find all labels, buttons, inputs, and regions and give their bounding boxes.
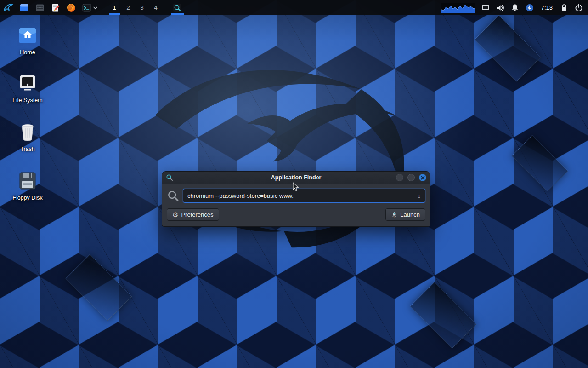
system-load-monitor[interactable] <box>439 0 478 15</box>
search-input-text: chromium --password-store=basic www. <box>187 192 294 199</box>
tray-notifications[interactable] <box>508 0 522 15</box>
launch-rocket-icon <box>391 212 397 218</box>
mouse-cursor <box>293 182 299 192</box>
minimize-button[interactable] <box>396 174 403 181</box>
taskbar-application-finder[interactable] <box>170 0 185 15</box>
desktop: 1 2 3 4 <box>0 0 588 368</box>
desktop-icon-floppy-disk[interactable]: Floppy Disk <box>7 171 48 201</box>
launcher-drawer[interactable] <box>32 0 48 15</box>
workspace-label: 4 <box>154 4 158 11</box>
workspace-1[interactable]: 1 <box>107 0 121 15</box>
top-panel: 1 2 3 4 <box>0 0 588 15</box>
terminal-icon <box>82 3 92 13</box>
update-icon <box>525 3 534 12</box>
kali-menu-button[interactable] <box>0 0 17 15</box>
desktop-icon-label: Trash <box>7 146 48 152</box>
maximize-button[interactable] <box>407 174 415 181</box>
desktop-icon-trash[interactable]: Trash <box>7 122 48 152</box>
tray-session-menu[interactable] <box>571 0 588 15</box>
desktop-icon-label: Home <box>7 49 48 56</box>
tray-display[interactable] <box>478 0 493 15</box>
launch-button[interactable]: Launch <box>385 208 425 221</box>
close-button[interactable] <box>419 174 426 181</box>
firefox-icon <box>66 3 76 13</box>
desktop-icon-file-system[interactable]: File System <box>7 74 48 104</box>
trash-icon <box>17 122 38 142</box>
display-icon <box>481 3 490 12</box>
finder-app-icon <box>166 174 173 181</box>
text-caret <box>294 192 295 200</box>
cpu-graph <box>441 3 475 13</box>
launcher-file-manager[interactable] <box>17 0 32 15</box>
clock-text: 7:13 <box>541 4 553 11</box>
launcher-firefox[interactable] <box>63 0 79 15</box>
bell-icon <box>510 3 520 12</box>
history-dropdown-icon[interactable]: ↓ <box>416 192 422 200</box>
launcher-text-editor[interactable] <box>48 0 63 15</box>
launch-label: Launch <box>400 211 420 218</box>
search-icon <box>167 190 180 202</box>
launcher-terminal[interactable] <box>79 0 93 15</box>
panel-separator <box>104 4 104 12</box>
workspace-label: 2 <box>126 4 130 11</box>
floppy-disk-icon <box>17 171 38 190</box>
tray-lock-screen[interactable] <box>557 0 571 15</box>
desktop-icon-label: Floppy Disk <box>7 195 48 201</box>
file-system-icon <box>17 74 38 93</box>
desktop-icon-home[interactable]: Home <box>7 26 48 56</box>
gear-icon: ⚙ <box>172 211 178 218</box>
workspace-label: 3 <box>140 4 144 11</box>
workspace-4[interactable]: 4 <box>149 0 163 15</box>
kali-logo-icon <box>3 2 14 13</box>
window-title: Application Finder <box>162 174 430 181</box>
text-editor-icon <box>51 3 61 13</box>
terminal-dropdown[interactable] <box>93 0 101 15</box>
file-manager-icon <box>19 3 29 13</box>
panel-spacer <box>185 0 439 15</box>
tray-updates[interactable] <box>522 0 537 15</box>
desktop-icon-label: File System <box>7 97 48 104</box>
search-icon <box>172 3 182 13</box>
panel-clock[interactable]: 7:13 <box>537 0 557 15</box>
search-input[interactable]: chromium --password-store=basic www. ↓ <box>183 189 425 203</box>
workspace-label: 1 <box>113 4 116 11</box>
lock-icon <box>560 3 569 12</box>
preferences-label: Preferences <box>181 211 213 218</box>
window-controls <box>396 174 426 181</box>
tray-volume[interactable] <box>493 0 508 15</box>
preferences-button[interactable]: ⚙ Preferences <box>167 208 219 221</box>
workspace-2[interactable]: 2 <box>121 0 135 15</box>
volume-icon <box>496 3 505 12</box>
drawer-icon <box>35 3 45 13</box>
application-finder-window: Application Finder chromium --password <box>162 171 430 227</box>
power-icon <box>574 3 583 12</box>
workspace-3[interactable]: 3 <box>135 0 149 15</box>
button-row: ⚙ Preferences Launch <box>167 208 425 221</box>
panel-separator <box>166 4 166 12</box>
home-icon <box>17 26 38 45</box>
close-icon <box>421 176 425 180</box>
chevron-down-icon <box>93 6 98 10</box>
